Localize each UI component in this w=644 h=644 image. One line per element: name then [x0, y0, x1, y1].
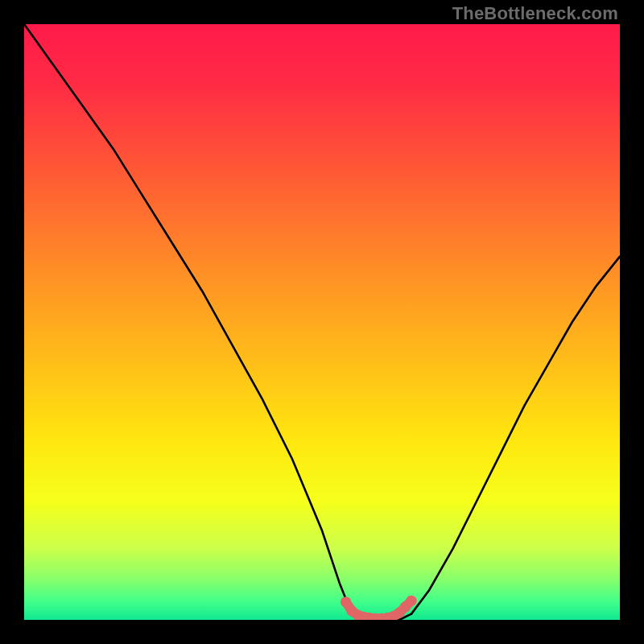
- plot-area: [24, 24, 620, 620]
- left-curve: [24, 24, 352, 614]
- bottom-marker-dot: [406, 596, 416, 606]
- right-curve: [411, 257, 620, 614]
- bottom-marker-dot: [341, 597, 351, 607]
- outer-frame: TheBottleneck.com: [0, 0, 644, 644]
- watermark-text: TheBottleneck.com: [452, 3, 618, 24]
- curve-layer: [24, 24, 620, 620]
